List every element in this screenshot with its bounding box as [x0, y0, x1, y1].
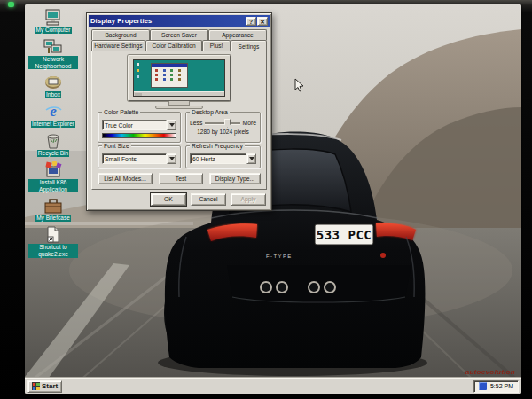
- desktop-icon-inbox[interactable]: Inbox: [27, 74, 79, 98]
- license-plate-text: 533 PCC: [317, 228, 372, 242]
- monitor-preview: [96, 55, 262, 109]
- color-palette-label: Color Palette: [102, 109, 140, 116]
- desktop-icon-network-neighborhood[interactable]: Network Neighborhood: [27, 38, 79, 70]
- taskbar: Start 5:52 PM: [25, 378, 521, 394]
- icon-label: Inbox: [45, 91, 61, 98]
- tab-appearance[interactable]: Appearance: [208, 29, 267, 40]
- shortcut-file-icon: [45, 226, 61, 243]
- desktop-icon-my-briefcase[interactable]: My Briefcase: [27, 197, 79, 222]
- help-button[interactable]: ?: [246, 17, 256, 26]
- apply-button[interactable]: Apply: [231, 193, 266, 206]
- icon-label: My Computer: [35, 27, 71, 34]
- icon-label: Internet Explorer: [31, 121, 75, 128]
- display-tray-icon[interactable]: [479, 382, 487, 390]
- dialog-titlebar[interactable]: Display Properties ? ✕: [89, 15, 270, 27]
- tab-background[interactable]: Background: [91, 29, 150, 40]
- car-badge-text: F-TYPE: [266, 254, 293, 259]
- preview-mini-taskbar: [134, 91, 224, 96]
- chevron-down-icon[interactable]: [167, 153, 176, 164]
- close-button[interactable]: ✕: [257, 17, 268, 26]
- briefcase-icon: [43, 197, 63, 214]
- font-size-select[interactable]: Small Fonts: [102, 153, 176, 164]
- windows-flag-icon: [32, 382, 40, 390]
- display-properties-dialog: Display Properties ? ✕ Background Screen…: [86, 12, 272, 211]
- settings-tab-page: Color Palette True Color Desktop Area Le…: [91, 51, 267, 190]
- desktop-icons: My Computer Network Neighborhood Inbox e…: [27, 9, 79, 262]
- desktop-icon-internet-explorer[interactable]: e Internet Explorer: [27, 103, 79, 128]
- recycle-bin-icon: [44, 132, 62, 149]
- tab-strip: Background Screen Saver Appearance Hardw…: [89, 27, 270, 51]
- desktop-area-more-label: More: [243, 120, 257, 126]
- desktop-screen: 533 PCC F-TYPE autoevolution: [25, 4, 521, 394]
- resolution-slider-thumb[interactable]: [224, 119, 231, 128]
- svg-text:e: e: [50, 103, 57, 120]
- refresh-frequency-group: Refresh Frequency 60 Hertz: [185, 145, 261, 168]
- desktop-icon-recycle-bin[interactable]: Recycle Bin: [27, 132, 79, 157]
- car-r-badge: [380, 253, 386, 258]
- color-palette-group: Color Palette True Color: [98, 112, 181, 143]
- internet-explorer-icon: e: [43, 103, 63, 120]
- font-size-label: Font Size: [102, 143, 131, 150]
- test-button[interactable]: Test: [159, 173, 203, 184]
- power-led: [8, 2, 14, 7]
- monitor-preview-frame: [128, 55, 231, 101]
- desktop-icon-install-application[interactable]: Install K86 Application: [27, 161, 79, 193]
- list-all-modes-button[interactable]: List All Modes...: [98, 173, 153, 184]
- system-tray: 5:52 PM: [473, 380, 519, 393]
- color-palette-select[interactable]: True Color: [102, 120, 176, 130]
- tab-color-calibration[interactable]: Color Calibration: [145, 40, 203, 51]
- resolution-value: 1280 by 1024 pixels: [190, 129, 256, 135]
- desktop-area-label: Desktop Area: [190, 109, 230, 116]
- install-application-icon: [43, 161, 63, 178]
- monitor-preview-screen: [133, 59, 225, 97]
- monitor-photo-frame: 533 PCC F-TYPE autoevolution: [0, 0, 532, 399]
- wallpaper-watermark: autoevolution: [466, 368, 515, 376]
- icon-label: Recycle Bin: [37, 150, 69, 157]
- tab-plus[interactable]: Plus!: [202, 40, 230, 51]
- chevron-down-icon[interactable]: [246, 153, 256, 164]
- refresh-frequency-label: Refresh Frequency: [190, 143, 245, 150]
- color-palette-value: True Color: [102, 120, 167, 130]
- start-label: Start: [42, 382, 58, 390]
- start-button[interactable]: Start: [27, 380, 62, 393]
- cancel-button[interactable]: Cancel: [191, 193, 226, 206]
- tab-screen-saver[interactable]: Screen Saver: [150, 29, 208, 40]
- chevron-down-icon[interactable]: [167, 120, 176, 130]
- icon-label: My Briefcase: [35, 215, 71, 222]
- inbox-icon: [43, 74, 63, 90]
- icon-label: Install K86 Application: [28, 179, 78, 193]
- tab-hardware-settings[interactable]: Hardware Settings: [91, 40, 145, 51]
- refresh-frequency-select[interactable]: 60 Hertz: [190, 153, 256, 164]
- font-size-group: Font Size Small Fonts: [98, 145, 181, 168]
- desktop-area-group: Desktop Area Less More 1280 by 1024 pixe…: [185, 112, 261, 143]
- desktop-icon-my-computer[interactable]: My Computer: [27, 9, 79, 34]
- tab-settings[interactable]: Settings: [231, 40, 267, 51]
- refresh-frequency-value: 60 Hertz: [190, 153, 246, 164]
- font-size-value: Small Fonts: [102, 153, 167, 164]
- resolution-slider[interactable]: [205, 122, 239, 124]
- preview-mini-window: [151, 63, 188, 88]
- ok-button[interactable]: OK: [151, 193, 186, 206]
- tray-clock[interactable]: 5:52 PM: [490, 383, 513, 389]
- icon-label: Shortcut to quake2.exe: [28, 244, 78, 258]
- dialog-title: Display Properties: [90, 17, 152, 25]
- desktop-area-less-label: Less: [190, 120, 202, 126]
- desktop-icon-shortcut-quake2[interactable]: Shortcut to quake2.exe: [27, 226, 79, 258]
- color-depth-preview-bar: [102, 133, 176, 138]
- my-computer-icon: [43, 9, 63, 26]
- license-plate: 533 PCC: [315, 224, 373, 245]
- network-neighborhood-icon: [43, 38, 63, 55]
- display-type-button[interactable]: Display Type...: [209, 173, 261, 184]
- icon-label: Network Neighborhood: [28, 56, 78, 70]
- mouse-cursor: [294, 78, 304, 96]
